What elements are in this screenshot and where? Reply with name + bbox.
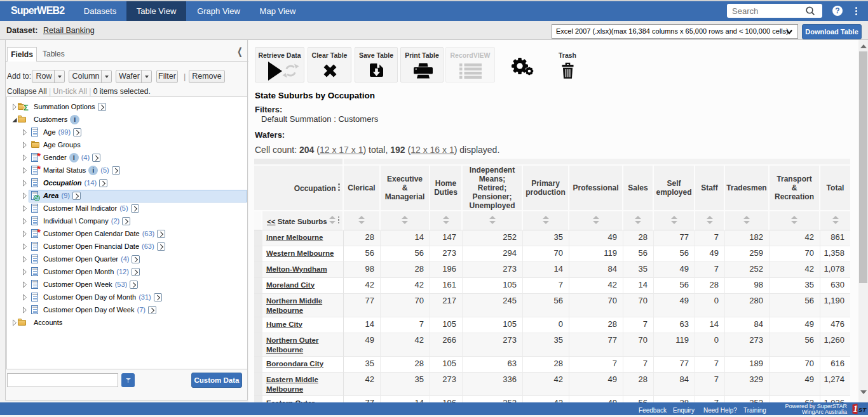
svg-text:1: 1	[853, 404, 858, 414]
svg-text:ST: ST	[858, 406, 867, 413]
